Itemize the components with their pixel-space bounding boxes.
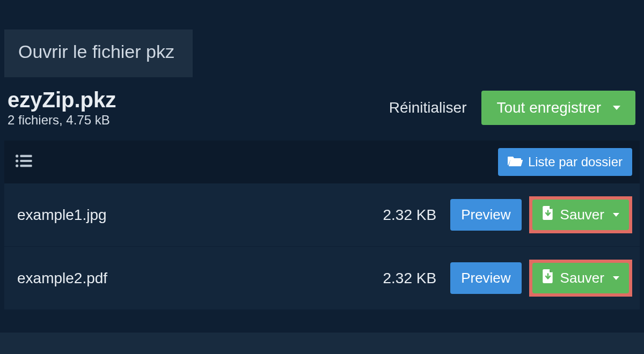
svg-rect-5 (20, 165, 32, 167)
preview-button[interactable]: Preview (450, 199, 521, 231)
bottom-bar (0, 333, 644, 354)
file-name: example2.pdf (17, 270, 370, 287)
file-size: 2.32 KB (370, 206, 450, 224)
file-download-icon (542, 206, 554, 224)
archive-fileinfo: 2 fichiers, 4.75 kB (8, 113, 116, 128)
tab-open-file[interactable]: Ouvrir le fichier pkz (4, 30, 193, 77)
svg-point-2 (16, 159, 18, 162)
file-size: 2.32 KB (370, 270, 450, 287)
reset-link[interactable]: Réinitialiser (389, 99, 467, 116)
save-label: Sauver (560, 270, 604, 286)
save-all-button[interactable]: Tout enregistrer (481, 91, 635, 125)
file-header: ezyZip.pkz 2 fichiers, 4.75 kB Réinitial… (0, 77, 644, 141)
file-table: Liste par dossier example1.jpg2.32 KBPre… (4, 141, 640, 310)
caret-down-icon (613, 276, 619, 280)
svg-point-4 (16, 165, 18, 167)
file-name: example1.jpg (17, 206, 370, 224)
list-icon[interactable] (15, 154, 32, 170)
save-label: Sauver (560, 206, 604, 223)
list-by-folder-button[interactable]: Liste par dossier (498, 148, 632, 176)
svg-rect-3 (20, 160, 32, 162)
save-button[interactable]: Sauver (532, 200, 629, 230)
save-button[interactable]: Sauver (532, 263, 629, 293)
folder-open-icon (508, 154, 523, 169)
caret-down-icon (613, 213, 619, 217)
save-all-label: Tout enregistrer (496, 99, 601, 116)
save-button-highlight: Sauver (529, 260, 632, 297)
archive-filename: ezyZip.pkz (8, 88, 116, 112)
svg-point-0 (16, 154, 18, 157)
file-download-icon (542, 269, 554, 287)
save-button-highlight: Sauver (529, 196, 632, 233)
list-by-folder-label: Liste par dossier (528, 154, 623, 169)
tab-label: Ouvrir le fichier pkz (18, 41, 174, 62)
svg-rect-1 (20, 155, 32, 157)
table-row: example2.pdf2.32 KBPreviewSauver (4, 247, 640, 310)
preview-button[interactable]: Preview (450, 262, 521, 294)
table-row: example1.jpg2.32 KBPreviewSauver (4, 183, 640, 247)
caret-down-icon (613, 106, 620, 110)
